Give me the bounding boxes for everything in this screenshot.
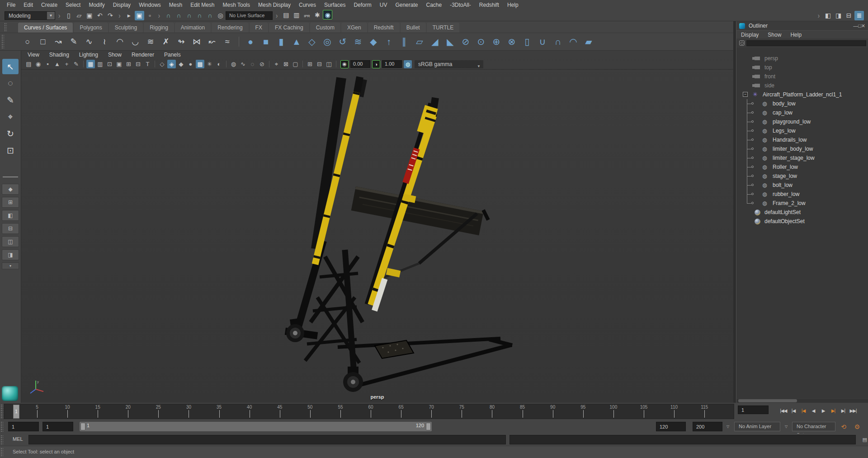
play-forwards-button[interactable]: ▶ <box>818 405 828 416</box>
shelf-tab-rigging[interactable]: Rigging <box>144 23 174 33</box>
pencil-curve-tool-icon[interactable]: ✎ <box>67 35 80 48</box>
select-by-object-icon[interactable]: ▣ <box>135 11 144 20</box>
extend-curve-icon[interactable]: ↜ <box>205 35 219 48</box>
outliner-item-side[interactable]: side <box>736 81 868 90</box>
exposure-icon[interactable]: ◉ <box>340 60 349 68</box>
trim-tool-icon[interactable]: ⊘ <box>459 35 472 48</box>
insert-isoparm-icon[interactable]: ▯ <box>520 35 534 48</box>
image-plane-icon[interactable]: + <box>62 60 71 68</box>
open-close-surface-icon[interactable]: ◠ <box>566 35 580 48</box>
outliner-item-bolt-low[interactable]: ◍bolt_low <box>736 181 868 190</box>
bevel-icon[interactable]: ◢ <box>428 35 442 48</box>
nurbs-cone-icon[interactable]: ▲ <box>290 35 303 48</box>
panel-menu-lighting[interactable]: Lighting <box>79 51 104 58</box>
shelf-tab-turtle[interactable]: TURTLE <box>427 23 459 33</box>
outliner-menu-show[interactable]: Show <box>768 32 781 38</box>
command-line-mode-label[interactable]: MEL <box>13 436 23 442</box>
outliner-item-limiter-body-low[interactable]: ◍limiter_body_low <box>736 144 868 153</box>
menu-file[interactable]: File <box>3 1 19 9</box>
current-time-field[interactable] <box>738 406 769 414</box>
extrude-icon[interactable]: ↑ <box>382 35 396 48</box>
menu-mesh[interactable]: Mesh <box>165 1 186 9</box>
panel-menu-shading[interactable]: Shading <box>49 51 75 58</box>
group-separator[interactable]: › <box>158 11 160 20</box>
three-point-arc-icon[interactable]: ◠ <box>113 35 127 48</box>
playback-start-field[interactable] <box>42 422 73 431</box>
playback-end-field[interactable] <box>656 422 686 431</box>
revolve-icon[interactable]: ↺ <box>336 35 349 48</box>
snap-to-curve-icon[interactable]: ∩ <box>174 11 184 20</box>
outliner-item-cap-low[interactable]: ◍cap_low <box>736 108 868 117</box>
shelf-tab-rendering[interactable]: Rendering <box>212 23 248 33</box>
project-curve-icon[interactable]: ⊕ <box>490 35 503 48</box>
shadows-icon[interactable]: ◐ <box>215 60 223 68</box>
cv-curve-tool-icon[interactable]: ↝ <box>52 35 65 48</box>
drag-handle[interactable] <box>1 34 4 49</box>
outliner-item-handrails-low[interactable]: ◍Handrails_low <box>736 135 868 144</box>
go-to-start-button[interactable]: |◀◀ <box>778 405 788 416</box>
menu-generate[interactable]: Generate <box>391 1 422 9</box>
select-camera-icon[interactable]: ▤ <box>24 60 33 68</box>
boundary-icon[interactable]: ▱ <box>413 35 426 48</box>
select-by-hierarchy-icon[interactable]: ▸ <box>124 11 134 20</box>
shelf-tab-xgen[interactable]: XGen <box>341 23 367 33</box>
exposure-field[interactable]: 0.00 <box>350 60 370 68</box>
select-by-component-icon[interactable]: ▫ <box>145 11 155 20</box>
ep-curve-tool-icon[interactable]: ∿ <box>82 35 96 48</box>
chevron-down-icon[interactable]: ▽ <box>785 425 788 429</box>
lights-icon[interactable]: ✳ <box>205 60 214 68</box>
menu-set-selector[interactable]: Modeling ▼ <box>5 11 55 20</box>
planar-icon[interactable]: ◆ <box>367 35 380 48</box>
close-button[interactable]: ✕ <box>861 23 865 29</box>
anim-layer-selector[interactable]: No Anim Layer <box>734 422 780 431</box>
menu-curves[interactable]: Curves <box>295 1 320 9</box>
perspective-viewport[interactable]: ViewShadingLightingShowRendererPanels ▤◉… <box>21 51 733 403</box>
auto-keyframe-icon[interactable]: ⟲ <box>839 422 848 431</box>
loft-icon[interactable]: ≋ <box>351 35 365 48</box>
scrollbar-thumb[interactable] <box>738 399 797 402</box>
detach-surfaces-icon[interactable]: ∩ <box>551 35 565 48</box>
persp-graph-layout[interactable]: ⊟ <box>2 223 19 234</box>
gate-mask-icon[interactable]: ▣ <box>115 60 123 68</box>
group-separator[interactable]: › <box>818 11 820 20</box>
shelf-tab-animation[interactable]: Animation <box>175 23 211 33</box>
attach-curve-icon[interactable]: ↬ <box>175 35 188 48</box>
rebuild-curve-icon[interactable]: ≈ <box>221 35 234 48</box>
nurbs-square-icon[interactable]: □ <box>36 35 50 48</box>
new-scene-icon[interactable]: ▯ <box>64 11 73 20</box>
shelf-tab-polygons[interactable]: Polygons <box>74 23 108 33</box>
wireframe-icon[interactable]: ◇ <box>158 60 166 68</box>
outliner-item-playground-low[interactable]: ◍playground_low <box>736 117 868 126</box>
group-separator[interactable]: › <box>118 11 120 20</box>
untrim-icon[interactable]: ⊙ <box>474 35 488 48</box>
motion-blur-icon[interactable]: ∿ <box>239 60 247 68</box>
bevel-plus-icon[interactable]: ◣ <box>443 35 457 48</box>
multisample-aa-icon[interactable]: ◌ <box>248 60 257 68</box>
current-time-marker[interactable]: 1 <box>13 405 19 419</box>
two-point-arc-icon[interactable]: ◡ <box>128 35 142 48</box>
shelf-tab-fx[interactable]: FX <box>250 23 268 33</box>
menu-select[interactable]: Select <box>61 1 85 9</box>
four-pane-layout[interactable]: ⊞ <box>2 197 19 208</box>
snap-to-grid-icon[interactable]: ∩ <box>164 11 173 20</box>
2d-pan-zoom-icon[interactable]: ✎ <box>72 60 80 68</box>
filter-icon[interactable] <box>739 40 745 46</box>
outliner-titlebar[interactable]: Outliner —□✕ <box>736 21 868 30</box>
range-start-handle[interactable] <box>80 423 85 430</box>
shelf-tab-bullet[interactable]: Bullet <box>401 23 426 33</box>
rebuild-surface-icon[interactable]: ▰ <box>582 35 595 48</box>
attach-surfaces-icon[interactable]: ∪ <box>536 35 549 48</box>
outliner-item-legs-low[interactable]: ◍Legs_low <box>736 126 868 135</box>
birail-icon[interactable]: ∥ <box>397 35 411 48</box>
outliner-item-body-low[interactable]: ◍body_low <box>736 99 868 108</box>
scale-tool[interactable]: ⊡ <box>2 143 19 158</box>
shelf-tab-curves-surfaces[interactable]: Curves / Surfaces <box>18 23 73 33</box>
make-live-icon[interactable]: ◎ <box>216 11 225 20</box>
pane-layout-split-icon[interactable]: ⊟ <box>315 60 324 68</box>
ipr-render-icon[interactable]: IPR <box>302 11 311 21</box>
menu-uv[interactable]: UV <box>376 1 392 9</box>
snap-to-view-plane-icon[interactable]: ∩ <box>205 11 215 20</box>
open-render-view-icon[interactable]: ▤ <box>281 10 291 19</box>
move-tool[interactable]: ⌖ <box>2 109 19 124</box>
persp-outliner-layout[interactable]: ◧ <box>2 210 19 221</box>
